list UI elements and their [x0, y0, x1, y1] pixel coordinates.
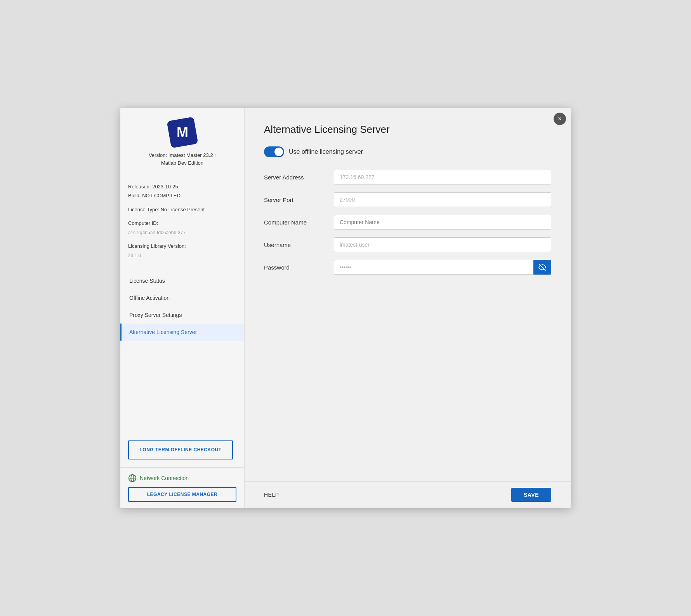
toggle-label: Use offline licensing server — [289, 148, 363, 155]
sidebar-nav: License Status Offline Activation Proxy … — [120, 272, 244, 440]
network-label: Network Connection — [140, 475, 189, 481]
username-input-wrap — [334, 237, 551, 252]
version-line1: Version: Imatest Master 23.2 : — [149, 151, 216, 159]
released-label: Released: 2023-10-25 — [128, 184, 178, 190]
legacy-license-manager-button[interactable]: LEGACY LICENSE MANAGER — [128, 487, 236, 502]
server-address-input-wrap — [334, 170, 551, 184]
license-type-info: License Type: No License Present — [128, 205, 236, 214]
eye-off-icon — [538, 263, 546, 271]
server-port-input[interactable] — [334, 192, 551, 207]
computer-name-input[interactable] — [334, 215, 551, 230]
server-address-row: Server Address — [264, 170, 551, 184]
build-label: Build: NOT COMPILED — [128, 193, 181, 198]
network-icon — [128, 474, 137, 482]
sidebar: M Version: Imatest Master 23.2 : Matlab … — [120, 108, 245, 508]
computer-id-info: Computer ID: a1c-2g4n5ae-fd06aebb-377 — [128, 219, 236, 237]
password-input-wrap — [334, 260, 551, 275]
computer-id-value: a1c-2g4n5ae-fd06aebb-377 — [128, 230, 186, 235]
logo-letter: M — [177, 124, 188, 141]
main-content: Alternative Licensing Server Use offline… — [245, 108, 571, 508]
server-address-input[interactable] — [334, 170, 551, 184]
toggle-row: Use offline licensing server — [264, 146, 551, 157]
help-button[interactable]: HELP — [264, 492, 279, 498]
lib-version-info: Licensing Library Version: 23.1.0 — [128, 242, 236, 260]
sidebar-item-offline-activation[interactable]: Offline Activation — [120, 289, 244, 306]
license-type-label: License Type: No License Present — [128, 207, 205, 212]
server-port-row: Server Port — [264, 192, 551, 207]
sidebar-bottom: Network Connection LEGACY LICENSE MANAGE… — [120, 467, 244, 508]
save-button[interactable]: SAVE — [511, 488, 551, 502]
offline-toggle[interactable] — [264, 146, 284, 157]
server-port-input-wrap — [334, 192, 551, 207]
toggle-password-button[interactable] — [533, 260, 551, 275]
username-input[interactable] — [334, 237, 551, 252]
server-port-label: Server Port — [264, 197, 334, 203]
server-address-label: Server Address — [264, 174, 334, 181]
toggle-thumb — [274, 148, 283, 156]
released-info: Released: 2023-10-25 Build: NOT COMPILED — [128, 182, 236, 200]
main-footer: HELP SAVE — [245, 481, 571, 508]
computer-name-row: Computer Name — [264, 215, 551, 230]
toggle-track[interactable] — [264, 146, 284, 157]
sidebar-item-alt-licensing[interactable]: Alternative Licensing Server — [120, 324, 244, 341]
username-label: Username — [264, 242, 334, 248]
username-row: Username — [264, 237, 551, 252]
sidebar-item-proxy-server[interactable]: Proxy Server Settings — [120, 306, 244, 324]
password-label: Password — [264, 264, 334, 271]
lib-version-value: 23.1.0 — [128, 253, 141, 258]
page-title: Alternative Licensing Server — [264, 124, 551, 136]
app-logo: M — [167, 117, 198, 148]
version-info: Version: Imatest Master 23.2 : Matlab De… — [149, 151, 216, 167]
network-row: Network Connection — [128, 474, 236, 482]
version-line2: Matlab Dev Edition — [149, 159, 216, 167]
lib-version-label: Licensing Library Version: — [128, 243, 186, 249]
sidebar-info: Released: 2023-10-25 Build: NOT COMPILED… — [120, 182, 244, 264]
sidebar-top: M Version: Imatest Master 23.2 : Matlab … — [120, 108, 244, 182]
main-body: Alternative Licensing Server Use offline… — [245, 108, 571, 481]
password-input[interactable] — [334, 260, 533, 275]
sidebar-item-license-status[interactable]: License Status — [120, 272, 244, 289]
dialog: × M Version: Imatest Master 23.2 : Matla… — [120, 108, 571, 508]
long-term-checkout-button[interactable]: LONG TERM OFFLINE CHECKOUT — [128, 440, 233, 459]
close-button[interactable]: × — [554, 113, 566, 125]
password-row: Password — [264, 260, 551, 275]
computer-name-label: Computer Name — [264, 219, 334, 226]
computer-name-input-wrap — [334, 215, 551, 230]
computer-id-label: Computer ID: — [128, 220, 158, 226]
